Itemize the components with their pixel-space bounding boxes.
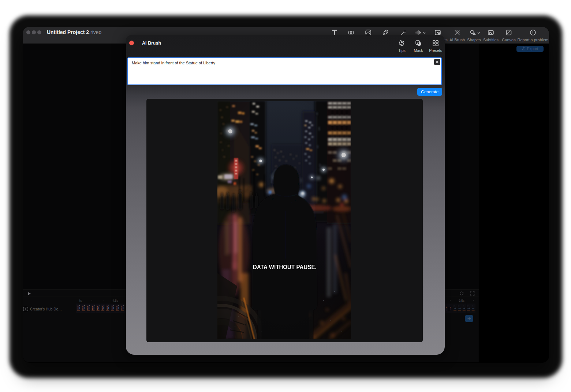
svg-text:DATA WITHOUT PAUSE.: DATA WITHOUT PAUSE. <box>253 264 317 270</box>
